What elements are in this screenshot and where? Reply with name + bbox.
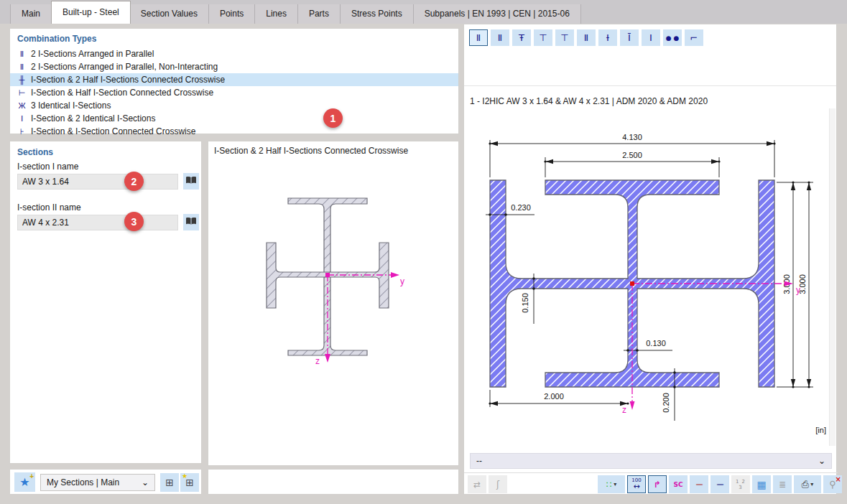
i-section-2-label: I-section II name — [17, 202, 81, 213]
section-outline-button[interactable]: ʃ — [489, 475, 507, 493]
dim-inner-width: 2.500 — [622, 151, 642, 159]
i-section-2-library-button[interactable] — [183, 214, 199, 230]
details-button[interactable]: ≣ — [773, 475, 792, 493]
tab-points[interactable]: Points — [209, 4, 255, 24]
mesh-points-button[interactable]: ∷ ▾ — [598, 475, 625, 493]
dim-left-flange-thickness: 0.230 — [511, 203, 531, 212]
type-button-6[interactable]: Ⅱ — [577, 29, 596, 46]
type-button-4[interactable]: ⊤ — [534, 29, 552, 46]
i-section-1-name-input[interactable]: AW 3 x 1.64 — [17, 174, 178, 190]
section-title: 1 - I2HIC AW 3 x 1.64 & AW 4 x 2.31 | AD… — [470, 96, 708, 106]
combo-item-i-i-crosswise[interactable]: ⊦ I-Section & I-Section Connected Crossw… — [10, 125, 458, 138]
axes-button[interactable]: ↱ — [648, 475, 667, 493]
dim-horizontal-web-thickness: 0.150 — [521, 293, 529, 313]
section-drawing[interactable]: 4.130 2.500 0.230 0.150 0.130 0.200 2.00… — [464, 108, 838, 446]
combo-item-label: I-Section & 2 Identical I-Sections — [31, 113, 155, 123]
add-favorite-button[interactable]: ★ + — [14, 472, 35, 492]
sections-header: Sections — [17, 147, 53, 157]
type-button-2[interactable]: Ⅱ — [491, 29, 509, 46]
new-favorites-group-button[interactable]: ★ ⊞ — [180, 473, 199, 492]
shear-center-icon: SC — [673, 481, 682, 488]
combo-item-3-identical[interactable]: Ж 3 Identical I-Sections — [10, 99, 458, 112]
numbering-icon: 1 2 3 — [733, 479, 749, 490]
favorites-select-value: My Sections | Main — [47, 477, 119, 487]
section-elements-icon: Ⅰ — [715, 483, 725, 486]
library-book-icon — [185, 217, 197, 228]
annotation-badge-1: 1 — [323, 108, 343, 128]
combo-item-i-2-identical[interactable]: Ⅰ I-Section & 2 Identical I-Sections — [10, 112, 458, 125]
bottom-middle-strip — [208, 469, 459, 495]
combo-item-label: 3 Identical I-Sections — [31, 101, 111, 111]
tab-lines[interactable]: Lines — [255, 4, 298, 24]
axes-icon: ↱ — [654, 480, 661, 490]
plus-icon: + — [29, 473, 34, 480]
red-cross-icon: × — [836, 476, 841, 483]
combo-item-i-2half-crosswise[interactable]: ╫ I-Section & 2 Half I-Sections Connecte… — [10, 73, 458, 86]
combination-types-list: Ⅱ 2 I-Sections Arranged in Parallel Ⅱ 2 … — [10, 47, 458, 138]
print-button[interactable]: ⎙ ▾ — [794, 475, 821, 493]
dim-left-offset: 2.000 — [544, 392, 564, 401]
favorites-select[interactable]: My Sections | Main ⌄ — [40, 474, 155, 491]
combination-preview-panel: I-Section & 2 Half I-Sections Connected … — [208, 141, 459, 466]
small-star-icon: ★ — [182, 473, 188, 480]
zoom-reset-button[interactable]: ⚲ × — [823, 475, 842, 493]
preview-axis-z-label: z — [315, 356, 320, 366]
export-section-button[interactable]: ⇄ — [468, 475, 486, 493]
i-section-1-library-button[interactable] — [183, 173, 199, 190]
type-button-11[interactable]: ⌐ — [685, 29, 703, 46]
divider — [464, 85, 836, 86]
type-button-9[interactable]: I — [642, 29, 660, 46]
chevron-down-icon: ⌄ — [818, 456, 825, 466]
tab-parts[interactable]: Parts — [298, 4, 341, 24]
tab-subpanels[interactable]: Subpanels | EN 1993 | CEN | 2015-06 — [414, 4, 581, 24]
dimensions-button[interactable]: 100 ↔ — [627, 475, 646, 493]
sections-panel: Sections I-section I name AW 3 x 1.64 I-… — [9, 141, 202, 464]
axis-z-label: z — [622, 405, 626, 415]
tab-built-up-steel[interactable]: Built-up - Steel — [51, 1, 131, 24]
section-type-icon: ╫ — [17, 75, 27, 84]
combination-types-panel: Combination Types Ⅱ 2 I-Sections Arrange… — [9, 28, 459, 134]
printer-icon: ⎙ — [802, 479, 809, 490]
dim-bottom-flange-thickness: 0.200 — [662, 393, 670, 413]
combo-item-label: I-Section & Half I-Section Connected Cro… — [31, 88, 213, 98]
preview-axis-y-label: y — [400, 276, 404, 286]
combo-item-2i-parallel[interactable]: Ⅱ 2 I-Sections Arranged in Parallel — [10, 47, 458, 60]
mesh-points-icon: ∷ — [606, 480, 613, 490]
type-button-1[interactable]: Ⅱ — [469, 29, 488, 46]
i-section-2-name-input[interactable]: AW 4 x 2.31 — [17, 215, 178, 230]
section-type-toolbar: Ⅱ Ⅱ Ŧ ⊤ ⊤ Ⅱ Ɨ Ī I ● ● ⌐ — [469, 29, 703, 46]
elements-button[interactable]: Ⅰ — [711, 475, 729, 493]
drawing-scrollbar[interactable] — [829, 108, 836, 446]
combo-item-2i-parallel-noninteracting[interactable]: Ⅱ 2 I-Sections Arranged in Parallel, Non… — [10, 60, 458, 73]
type-button-7[interactable]: Ɨ — [598, 29, 617, 46]
manage-favorites-button[interactable]: ⊞ — [160, 473, 179, 492]
combo-item-label: I-Section & 2 Half I-Sections Connected … — [31, 75, 225, 85]
section-viewer-panel: Ⅱ Ⅱ Ŧ ⊤ ⊤ Ⅱ Ɨ Ī I ● ● ⌐ 1 - I2HIC AW 3 x… — [463, 24, 837, 495]
type-button-8[interactable]: Ī — [620, 29, 639, 46]
table-button[interactable]: ▦ — [752, 475, 771, 493]
annotation-dropdown-value: -- — [476, 456, 482, 466]
application-window: Main Built-up - Steel Section Values Poi… — [0, 0, 847, 504]
combo-item-i-half-crosswise[interactable]: ⊢ I-Section & Half I-Section Connected C… — [10, 86, 458, 99]
section-type-icon: Ⅰ — [17, 114, 27, 123]
type-button-10[interactable]: ● ● — [663, 29, 682, 46]
section-type-icon: ⊦ — [17, 127, 27, 136]
section-type-icon: Ж — [17, 101, 27, 110]
type-button-5[interactable]: ⊤ — [555, 29, 574, 46]
preview-drawing: y z — [208, 141, 458, 465]
tab-section-values[interactable]: Section Values — [130, 4, 209, 24]
tab-main[interactable]: Main — [10, 4, 52, 24]
numbering-button[interactable]: 1 2 3 — [731, 475, 750, 493]
annotation-badge-2: 2 — [124, 172, 144, 191]
section-type-icon: Ⅱ — [17, 50, 27, 59]
dimensions-icon: 100 ↔ — [631, 478, 641, 490]
stress-points-button[interactable]: SC — [669, 475, 688, 493]
annotation-dropdown[interactable]: -- ⌄ — [470, 453, 832, 469]
tab-stress-points[interactable]: Stress Points — [341, 4, 414, 24]
window-icon: ⊞ — [165, 477, 174, 488]
points-button[interactable]: Ⅰ — [690, 475, 708, 493]
type-button-3[interactable]: Ŧ — [512, 29, 531, 46]
axis-y-label: y — [796, 285, 800, 295]
table-grid-icon: ▦ — [756, 479, 766, 490]
section-points-icon: Ⅰ — [694, 483, 704, 486]
